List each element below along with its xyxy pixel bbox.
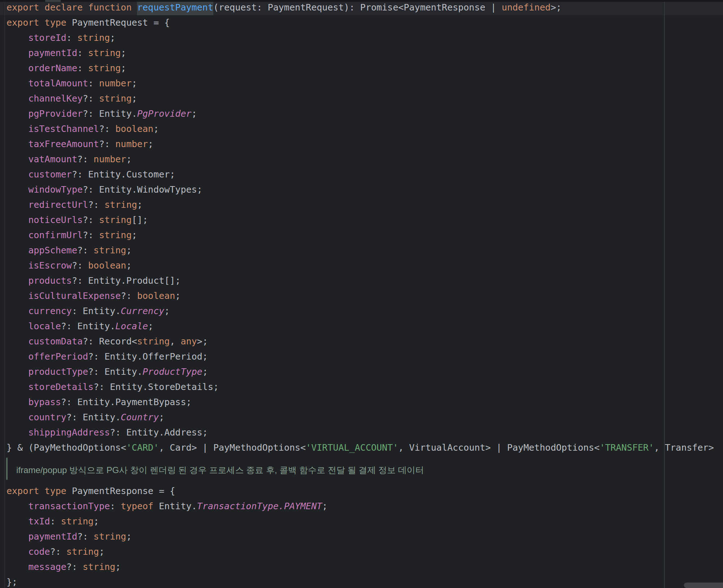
- code-line[interactable]: locale?: Entity.Locale;: [0, 319, 723, 334]
- token-text: ;: [137, 199, 142, 210]
- token-text: ?:: [72, 260, 88, 271]
- token-property: isEscrow: [28, 260, 72, 271]
- token-property: noticeUrls: [28, 215, 83, 225]
- code-line[interactable]: channelKey?: string;: [0, 91, 723, 106]
- indent: [7, 321, 28, 331]
- token-text: ?:: [121, 291, 137, 301]
- token-text: ;: [192, 108, 197, 119]
- code-line[interactable]: appScheme?: string;: [0, 243, 723, 258]
- indent: [7, 260, 28, 271]
- code-line[interactable]: confirmUrl?: string;: [0, 228, 723, 243]
- code-line[interactable]: transactionType: typeof Entity.Transacti…: [0, 499, 723, 514]
- token-keyword: number: [99, 78, 132, 89]
- code-area[interactable]: export declare function requestPayment(r…: [0, 0, 723, 588]
- token-text: ;: [126, 154, 132, 164]
- token-property: country: [28, 412, 66, 422]
- token-keyword: number: [115, 139, 148, 149]
- token-property: paymentId: [28, 531, 77, 542]
- token-text: ?:: [83, 215, 99, 225]
- token-text: ;: [115, 562, 121, 572]
- token-keyword: string: [137, 336, 170, 347]
- token-text: ?: Entity.PaymentBypass;: [61, 397, 192, 407]
- token-keyword: number: [94, 154, 126, 164]
- indent: [7, 562, 28, 572]
- token-keyword: export type: [7, 486, 72, 496]
- indent: [7, 63, 28, 73]
- code-line[interactable]: } & (PayMethodOptions<'CARD', Card> | Pa…: [0, 440, 723, 455]
- code-line[interactable]: isTestChannel?: boolean;: [0, 121, 723, 137]
- token-keyword: string: [61, 516, 94, 527]
- code-line[interactable]: noticeUrls?: string[];: [0, 213, 723, 228]
- code-line[interactable]: pgProvider?: Entity.PgProvider;: [0, 106, 723, 121]
- indent: [7, 184, 28, 195]
- token-property: productType: [28, 366, 88, 377]
- code-line[interactable]: message?: string;: [0, 559, 723, 575]
- indent: [7, 275, 28, 286]
- token-text: ?:: [50, 546, 66, 557]
- token-text: :: [88, 78, 99, 89]
- code-line[interactable]: customData?: Record<string, any>;: [0, 334, 723, 349]
- code-line[interactable]: totalAmount: number;: [0, 76, 723, 91]
- code-line[interactable]: paymentId: string;: [0, 46, 723, 61]
- indent: [7, 108, 28, 119]
- token-text: ;: [159, 412, 164, 422]
- code-line[interactable]: storeDetails?: Entity.StoreDetails;: [0, 379, 723, 395]
- token-property: orderName: [28, 63, 77, 73]
- code-line[interactable]: };: [0, 575, 723, 588]
- token-text: ;: [153, 124, 159, 134]
- indent: [7, 154, 28, 164]
- token-string: 'CARD': [126, 442, 159, 453]
- code-line[interactable]: export type PaymentRequest = {: [0, 15, 723, 30]
- code-line[interactable]: offerPeriod?: Entity.OfferPeriod;: [0, 349, 723, 364]
- code-line[interactable]: vatAmount?: number;: [0, 152, 723, 167]
- code-line[interactable]: taxFreeAmount?: number;: [0, 137, 723, 152]
- token-property: isCulturalExpense: [28, 291, 121, 301]
- indent: [7, 516, 28, 527]
- token-text: [];: [132, 215, 148, 225]
- token-text: PaymentRequest = {: [72, 17, 170, 28]
- indent: [7, 397, 28, 407]
- token-text: :: [110, 501, 121, 511]
- code-line[interactable]: txId: string;: [0, 514, 723, 529]
- code-line[interactable]: currency: Entity.Currency;: [0, 304, 723, 319]
- code-editor[interactable]: export declare function requestPayment(r…: [0, 0, 723, 588]
- code-line[interactable]: shippingAddress?: Entity.Address;: [0, 425, 723, 440]
- code-line[interactable]: products?: Entity.Product[];: [0, 273, 723, 288]
- doc-comment-text: iframe/popup 방식으로 PG사 창이 렌더링 된 경우 프로세스 종…: [16, 455, 424, 484]
- code-line[interactable]: customer?: Entity.Customer;: [0, 167, 723, 182]
- code-line[interactable]: bypass?: Entity.PaymentBypass;: [0, 395, 723, 410]
- token-text: ?: Entity.: [88, 366, 143, 377]
- token-property: products: [28, 275, 72, 286]
- token-text: ?:: [99, 124, 115, 134]
- token-text: ?: Entity.Customer;: [72, 169, 175, 180]
- token-property: customData: [28, 336, 83, 347]
- doc-comment-line[interactable]: iframe/popup 방식으로 PG사 창이 렌더링 된 경우 프로세스 종…: [0, 455, 723, 484]
- code-line[interactable]: export type PaymentResponse = {: [0, 484, 723, 499]
- gutter-border-line: [4, 0, 5, 588]
- code-line[interactable]: isCulturalExpense?: boolean;: [0, 288, 723, 304]
- token-property: shippingAddress: [28, 427, 110, 438]
- code-line[interactable]: export declare function requestPayment(r…: [0, 0, 723, 15]
- horizontal-scrollbar-thumb[interactable]: [684, 583, 723, 588]
- token-property: bypass: [28, 397, 61, 407]
- token-text: ?:: [83, 230, 99, 240]
- code-line[interactable]: paymentId?: string;: [0, 529, 723, 544]
- indent: [7, 291, 28, 301]
- token-property: txId: [28, 516, 50, 527]
- token-type-italic: Currency: [121, 306, 164, 316]
- token-text: ;: [175, 291, 181, 301]
- code-line[interactable]: country?: Entity.Country;: [0, 410, 723, 425]
- token-text: ;: [99, 546, 104, 557]
- code-line[interactable]: productType?: Entity.ProductType;: [0, 364, 723, 379]
- code-line[interactable]: isEscrow?: boolean;: [0, 258, 723, 273]
- code-line[interactable]: code?: string;: [0, 544, 723, 559]
- right-margin-guide: [664, 0, 665, 588]
- indent: [7, 427, 28, 438]
- token-keyword: string: [88, 63, 121, 73]
- code-line[interactable]: storeId: string;: [0, 30, 723, 46]
- token-property: totalAmount: [28, 78, 88, 89]
- code-line[interactable]: windowType?: Entity.WindowTypes;: [0, 182, 723, 197]
- code-line[interactable]: redirectUrl?: string;: [0, 197, 723, 213]
- indent: [7, 124, 28, 134]
- code-line[interactable]: orderName: string;: [0, 61, 723, 76]
